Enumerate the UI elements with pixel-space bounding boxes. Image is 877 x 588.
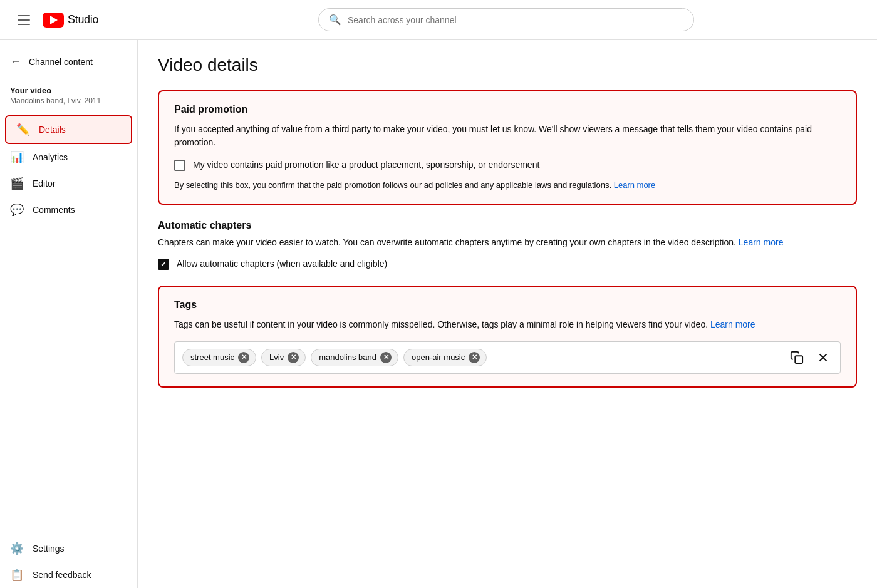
tag-label-1: Lviv [269, 353, 284, 362]
search-icon: 🔍 [329, 14, 341, 26]
video-info: Your video Mandolins band, Lviv, 2011 [0, 86, 137, 115]
tags-description: Tags can be useful if content in your vi… [174, 318, 841, 331]
tags-actions [787, 348, 833, 367]
sidebar-analytics-label: Analytics [33, 152, 68, 162]
automatic-chapters-description: Chapters can make your video easier to w… [158, 236, 857, 249]
paid-promotion-checkbox[interactable] [174, 160, 185, 171]
youtube-icon [43, 13, 64, 28]
tags-learn-more[interactable]: Learn more [710, 319, 755, 329]
svg-rect-0 [795, 356, 802, 363]
sidebar-item-settings[interactable]: ⚙️ Settings [0, 535, 137, 562]
tag-remove-1[interactable]: ✕ [288, 352, 299, 363]
auto-chapters-checkbox-row: Allow automatic chapters (when available… [158, 258, 857, 271]
content-area: Video details Paid promotion If you acce… [138, 40, 877, 588]
tag-chip-1: Lviv ✕ [261, 349, 306, 366]
channel-content-label: Channel content [29, 57, 93, 67]
sidebar-details-label: Details [39, 125, 66, 135]
feedback-icon: 📋 [10, 568, 23, 582]
sidebar-item-comments[interactable]: 💬 Comments [0, 197, 137, 223]
tag-chip-3: open-air music ✕ [403, 349, 487, 366]
tag-chip-2: mandolins band ✕ [311, 349, 398, 366]
tag-label-2: mandolins band [319, 353, 376, 362]
tags-desc-text: Tags can be useful if content in your vi… [174, 319, 708, 329]
tag-label-0: street music [190, 353, 234, 362]
sidebar-comments-label: Comments [33, 205, 75, 215]
paid-promotion-learn-more[interactable]: Learn more [614, 180, 655, 190]
studio-text: Studio [68, 13, 98, 26]
paid-promotion-footnote-text: By selecting this box, you confirm that … [174, 180, 611, 190]
menu-icon[interactable] [13, 10, 35, 30]
sidebar-item-editor[interactable]: 🎬 Editor [0, 170, 137, 197]
sidebar: ← Channel content 1:28 Your video Mandol… [0, 40, 138, 588]
automatic-chapters-section: Automatic chapters Chapters can make you… [158, 220, 857, 271]
sidebar-editor-label: Editor [33, 178, 56, 188]
sidebar-settings-label: Settings [33, 544, 65, 554]
header-left: Studio [13, 10, 138, 30]
back-to-channel[interactable]: ← Channel content [0, 50, 137, 78]
tag-chip-0: street music ✕ [182, 349, 256, 366]
paid-promotion-checkbox-label: My video contains paid promotion like a … [193, 159, 539, 172]
sidebar-feedback-label: Send feedback [33, 570, 91, 580]
gear-icon: ⚙️ [10, 542, 23, 555]
tags-card: Tags Tags can be useful if content in yo… [158, 286, 857, 388]
tag-remove-0[interactable]: ✕ [238, 352, 249, 363]
automatic-chapters-desc-text: Chapters can make your video easier to w… [158, 237, 736, 247]
header: Studio 🔍 [0, 0, 877, 40]
sidebar-nav: ✏️ Details 📊 Analytics 🎬 Editor 💬 Commen… [0, 115, 137, 535]
tags-copy-button[interactable] [787, 348, 806, 367]
back-arrow-icon: ← [10, 55, 21, 68]
paid-promotion-title: Paid promotion [174, 104, 841, 115]
tag-remove-3[interactable]: ✕ [469, 352, 480, 363]
tags-clear-button[interactable] [814, 348, 833, 367]
comment-icon: 💬 [10, 203, 23, 217]
pencil-icon: ✏️ [16, 123, 29, 137]
page-title: Video details [158, 55, 857, 75]
auto-chapters-checkbox[interactable] [158, 259, 169, 270]
paid-promotion-footnote: By selecting this box, you confirm that … [174, 179, 841, 192]
automatic-chapters-title: Automatic chapters [158, 220, 857, 231]
tag-label-3: open-air music [412, 353, 465, 362]
search-container: 🔍 [318, 8, 694, 31]
video-title: Your video [10, 86, 127, 95]
search-bar: 🔍 [318, 8, 694, 31]
paid-promotion-card: Paid promotion If you accepted anything … [158, 90, 857, 205]
tags-title: Tags [174, 299, 841, 311]
bar-chart-icon: 📊 [10, 150, 23, 164]
search-input[interactable] [348, 15, 683, 25]
sidebar-item-details[interactable]: ✏️ Details [5, 115, 132, 144]
tag-remove-2[interactable]: ✕ [380, 352, 392, 363]
paid-promotion-checkbox-row: My video contains paid promotion like a … [174, 159, 841, 172]
sidebar-item-send-feedback[interactable]: 📋 Send feedback [0, 562, 137, 588]
automatic-chapters-learn-more[interactable]: Learn more [739, 237, 784, 247]
logo[interactable]: Studio [43, 13, 98, 28]
main-layout: ← Channel content 1:28 Your video Mandol… [0, 40, 877, 588]
film-icon: 🎬 [10, 177, 23, 190]
tags-input-area[interactable]: street music ✕ Lviv ✕ mandolins band ✕ o… [174, 341, 841, 374]
sidebar-item-analytics[interactable]: 📊 Analytics [0, 144, 137, 170]
auto-chapters-label: Allow automatic chapters (when available… [177, 258, 387, 271]
paid-promotion-description: If you accepted anything of value from a… [174, 123, 841, 149]
sidebar-bottom: ⚙️ Settings 📋 Send feedback [0, 535, 137, 588]
video-subtitle: Mandolins band, Lviv, 2011 [10, 96, 127, 105]
